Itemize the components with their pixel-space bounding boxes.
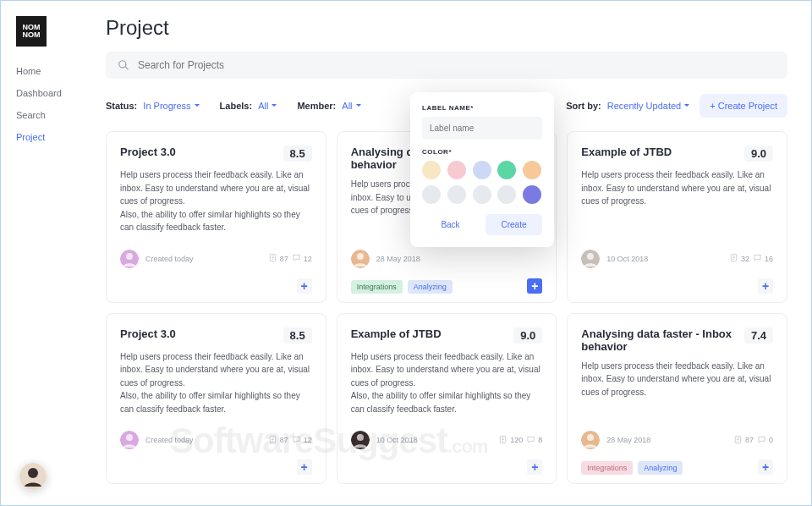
card-description: Help users process their feedback easily… <box>120 350 312 416</box>
docs-count: 87 <box>268 435 288 446</box>
project-card[interactable]: Example of JTBD9.0Help users process the… <box>337 313 557 485</box>
tag[interactable]: Analyzing <box>638 461 683 475</box>
project-card[interactable]: Analysing data faster - Inbox behavior7.… <box>567 313 787 485</box>
color-swatch-0[interactable] <box>422 161 441 179</box>
comment-icon <box>753 253 762 264</box>
color-swatch-6[interactable] <box>447 185 466 204</box>
filter-status[interactable]: Status: In Progress <box>106 101 200 111</box>
card-title: Example of JTBD <box>581 146 744 158</box>
file-icon <box>729 253 738 264</box>
add-label-button[interactable]: + <box>758 278 773 294</box>
svg-point-1 <box>126 253 133 260</box>
color-swatch-8[interactable] <box>497 185 516 204</box>
add-label-button[interactable]: + <box>527 459 542 475</box>
color-swatch-9[interactable] <box>523 185 541 204</box>
svg-point-9 <box>587 253 594 260</box>
add-label-button[interactable]: + <box>758 459 773 475</box>
card-description: Help users process their feedback easily… <box>581 168 773 208</box>
brand-logo: NOM NOM <box>16 16 47 47</box>
svg-point-27 <box>587 434 594 441</box>
card-score: 7.4 <box>744 327 773 344</box>
card-footer: 10 Oct 20183216 <box>581 243 773 268</box>
color-swatch-7[interactable] <box>473 185 491 204</box>
card-date: Created today <box>145 255 268 263</box>
card-score: 9.0 <box>744 146 773 162</box>
labels-dropdown[interactable]: All <box>258 101 277 111</box>
popover-create-button[interactable]: Create <box>486 214 542 235</box>
page-title: Project <box>106 16 787 40</box>
project-card[interactable]: Project 3.08.5Help users process their f… <box>106 131 326 303</box>
docs-count: 32 <box>729 253 749 264</box>
card-score: 9.0 <box>513 327 542 344</box>
label-name-input[interactable] <box>422 117 542 140</box>
author-avatar <box>120 250 139 268</box>
comment-icon <box>526 435 535 446</box>
card-tags: IntegrationsAnalyzing <box>351 280 453 294</box>
svg-point-33 <box>28 468 38 478</box>
color-swatch-1[interactable] <box>447 161 466 179</box>
card-footer: Created today8712 <box>120 424 312 449</box>
color-swatch-5[interactable] <box>422 185 441 204</box>
sort-dropdown[interactable]: Recently Updated <box>607 101 689 111</box>
create-project-button[interactable]: + Create Project <box>700 94 787 118</box>
color-swatch-2[interactable] <box>473 161 491 179</box>
nav-item-home[interactable]: Home <box>16 60 94 82</box>
comment-icon <box>757 435 766 446</box>
filter-member[interactable]: Member: All <box>297 101 360 111</box>
author-avatar <box>581 250 600 268</box>
main: Project Status: In Progress Labels: All … <box>94 1 811 505</box>
project-card[interactable]: Example of JTBD9.0Help users process the… <box>567 131 787 303</box>
filter-labels[interactable]: Labels: All <box>220 101 277 111</box>
color-swatches <box>422 161 542 204</box>
docs-count: 87 <box>268 253 288 264</box>
tag[interactable]: Integrations <box>351 280 403 294</box>
member-dropdown[interactable]: All <box>342 101 360 111</box>
add-label-button[interactable]: + <box>297 459 312 475</box>
add-label-button[interactable]: + <box>527 278 542 294</box>
comments-count: 12 <box>292 435 312 446</box>
card-description: Help users process their feedback easily… <box>351 350 543 416</box>
author-avatar <box>581 431 600 449</box>
label-popover: LABEL NAME* COLOR* Back Create <box>410 92 554 247</box>
project-card[interactable]: Project 3.08.5Help users process their f… <box>106 313 326 485</box>
search-input[interactable] <box>138 59 776 71</box>
docs-count: 120 <box>498 435 523 446</box>
card-title: Project 3.0 <box>120 327 283 340</box>
popover-title-color: COLOR* <box>422 148 542 156</box>
comments-count: 8 <box>526 435 542 446</box>
search-bar[interactable] <box>106 52 787 79</box>
color-swatch-3[interactable] <box>497 161 516 179</box>
card-title: Example of JTBD <box>351 327 514 340</box>
nav-item-dashboard[interactable]: Dashboard <box>16 82 94 104</box>
popover-back-button[interactable]: Back <box>422 214 479 235</box>
card-tags: IntegrationsAnalyzing <box>581 461 683 475</box>
card-title: Analysing data faster - Inbox behavior <box>581 327 744 353</box>
color-swatch-4[interactable] <box>523 161 541 179</box>
card-date: 10 Oct 2018 <box>376 436 499 444</box>
nav-item-search[interactable]: Search <box>16 104 94 126</box>
profile-avatar[interactable] <box>19 463 47 490</box>
card-footer: Created today8712 <box>120 243 312 268</box>
card-score: 8.5 <box>283 146 312 162</box>
author-avatar <box>351 250 370 268</box>
nav: HomeDashboardSearchProject <box>16 60 94 148</box>
card-title: Project 3.0 <box>120 146 283 158</box>
card-date: 28 May 2018 <box>376 255 543 263</box>
file-icon <box>268 435 277 446</box>
nav-item-project[interactable]: Project <box>16 126 94 148</box>
file-icon <box>498 435 508 446</box>
sort-by[interactable]: Sort by: Recently Updated <box>566 101 689 111</box>
card-score: 8.5 <box>283 327 312 344</box>
card-footer: 28 May 2018870 <box>581 424 773 449</box>
sidebar: NOM NOM HomeDashboardSearchProject <box>1 1 94 505</box>
comments-count: 12 <box>292 253 312 264</box>
tag[interactable]: Analyzing <box>408 280 453 294</box>
comment-icon <box>292 253 301 264</box>
status-dropdown[interactable]: In Progress <box>143 101 199 111</box>
popover-title-name: LABEL NAME* <box>422 104 542 112</box>
card-description: Help users process their feedback easily… <box>120 168 312 234</box>
brand-line2: NOM <box>23 31 41 39</box>
add-label-button[interactable]: + <box>297 278 312 294</box>
comments-count: 0 <box>757 435 773 446</box>
tag[interactable]: Integrations <box>581 461 633 475</box>
